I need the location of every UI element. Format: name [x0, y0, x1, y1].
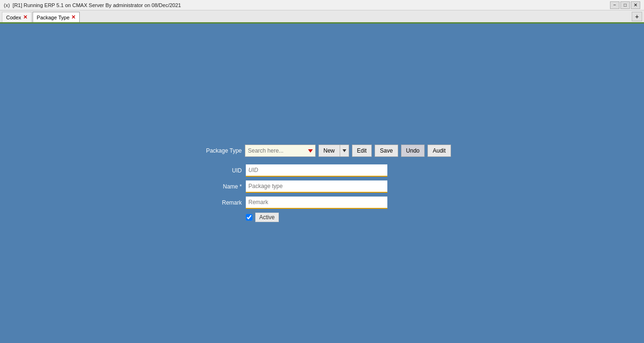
edit-button[interactable]: Edit — [352, 145, 372, 157]
new-dropdown-button[interactable] — [340, 145, 349, 157]
new-button[interactable]: New — [318, 145, 340, 157]
new-dropdown-arrow-icon — [343, 149, 346, 152]
toolbar-row: Package Type New Edit Save Undo Audit — [204, 145, 440, 157]
tab-add-button[interactable]: + — [632, 12, 642, 21]
name-label: Name * — [204, 183, 242, 190]
uid-input[interactable] — [246, 164, 387, 177]
main-content: Package Type New Edit Save Undo Audit — [0, 24, 644, 343]
active-checkbox[interactable] — [246, 214, 252, 221]
active-label: Active — [255, 213, 279, 222]
tab-package-type[interactable]: Package Type ✕ — [33, 12, 80, 22]
form-container: Package Type New Edit Save Undo Audit — [204, 145, 440, 222]
tab-codex[interactable]: Codex ✕ — [2, 12, 32, 22]
maximize-button[interactable]: □ — [620, 1, 630, 9]
dropdown-arrow-icon — [308, 149, 313, 153]
tab-package-type-close[interactable]: ✕ — [71, 15, 75, 20]
app-icon: (x) — [4, 2, 10, 8]
tab-bar: Codex ✕ Package Type ✕ + — [0, 10, 644, 24]
undo-button[interactable]: Undo — [401, 145, 425, 157]
remark-input[interactable] — [246, 197, 387, 209]
tab-package-type-label: Package Type — [37, 15, 70, 20]
name-input[interactable] — [246, 180, 387, 193]
title-bar: (x) [R1] Running ERP 5.1 on CMAX Server … — [0, 0, 644, 10]
new-button-group: New — [318, 145, 349, 157]
tab-codex-close[interactable]: ✕ — [23, 15, 27, 20]
remark-label: Remark — [204, 199, 242, 206]
uid-label: UID — [204, 167, 242, 174]
audit-button[interactable]: Audit — [427, 145, 451, 157]
active-row: Active — [246, 213, 440, 222]
title-text: [R1] Running ERP 5.1 on CMAX Server By a… — [13, 2, 181, 8]
fields-section: UID Name * Remark Active — [204, 164, 440, 222]
remark-row: Remark — [204, 197, 440, 209]
minimize-button[interactable]: − — [610, 1, 619, 9]
close-button[interactable]: ✕ — [631, 1, 640, 9]
name-row: Name * — [204, 180, 440, 193]
tab-codex-label: Codex — [6, 15, 21, 20]
title-bar-left: (x) [R1] Running ERP 5.1 on CMAX Server … — [4, 2, 181, 8]
title-bar-controls: − □ ✕ — [610, 1, 640, 9]
uid-row: UID — [204, 164, 440, 177]
search-dropdown-button[interactable] — [305, 145, 316, 157]
package-type-label: Package Type — [204, 147, 242, 154]
search-container — [245, 145, 316, 157]
save-button[interactable]: Save — [375, 145, 398, 157]
